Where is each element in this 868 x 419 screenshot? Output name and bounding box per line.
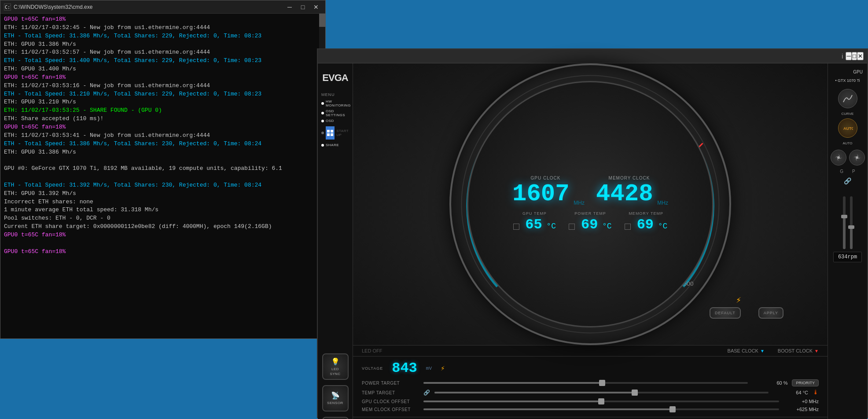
- gpu-temp-checkbox[interactable]: [513, 224, 519, 230]
- gpu-clock-label: GPU CLOCK: [531, 176, 561, 180]
- memory-temp-group: MEMORY TEMP 69 °C: [625, 211, 667, 233]
- menu-item-osd-settings[interactable]: OSD SETTINGS: [321, 108, 349, 118]
- power-target-value: 60 %: [752, 380, 787, 386]
- fan-btn-2[interactable]: [849, 150, 865, 165]
- curve-btn[interactable]: [838, 89, 857, 108]
- gpu-clock-group: 1607 MHz: [512, 182, 585, 206]
- cmd-close-btn[interactable]: ✕: [310, 3, 322, 11]
- menu-section: MENU HW MONITORING OSD SETTINGS OSD: [318, 91, 353, 150]
- cmd-line: 1 minute average ETH total speed: 31.318…: [4, 206, 322, 214]
- vert-slider-2-thumb[interactable]: [848, 225, 854, 229]
- power-target-label: POWER TARGET: [362, 381, 419, 386]
- priority-btn[interactable]: PRIORITY: [792, 379, 819, 386]
- menu-item-share[interactable]: SHARE: [321, 142, 349, 148]
- mem-offset-thumb: [669, 406, 676, 412]
- cmd-line: ETH - Total Speed: 31.386 Mh/s, Total Sh…: [4, 140, 322, 148]
- default-btn[interactable]: DEFAULT: [710, 307, 741, 319]
- gpu-offset-row: GPU CLOCK OFFSET +0 MHz: [362, 397, 819, 405]
- vert-slider-2[interactable]: [850, 196, 853, 249]
- cmd-line: ETH: 11/02/17-03:52:45 - New job from us…: [4, 24, 322, 32]
- gauge-area: 1250 1500 1750 2000 2250 2500 1000 750 5…: [353, 63, 828, 345]
- menu-item-osd[interactable]: OSD: [321, 118, 349, 124]
- cmd-icon: C:\: [4, 4, 11, 11]
- rpm-display: 634rpm: [833, 252, 862, 262]
- voltage-label: VOLTAGE: [362, 366, 383, 371]
- cmd-line: GPU0 t=65C fan=18%: [4, 15, 322, 24]
- gpu-temp-value: 65: [525, 217, 542, 233]
- clock-row: LED OFF BASE CLOCK ▼ BOOST CLOCK ▼: [353, 345, 828, 356]
- gauge-display: GPU CLOCK MEMORY CLOCK 1607 MHz 4428 MHz: [507, 176, 674, 233]
- mem-offset-track[interactable]: [423, 408, 779, 410]
- evga-right: GPU • GTX 1070 Ti CURVE AUTO AUTO: [828, 63, 867, 419]
- power-target-row: POWER TARGET 60 % PRIORITY: [362, 378, 819, 388]
- memory-temp-checkbox[interactable]: [625, 224, 631, 230]
- cmd-titlebar: C:\ C:\WINDOWS\system32\cmd.exe ─ □ ✕: [0, 0, 325, 14]
- menu-item-startup[interactable]: START UP: [321, 124, 349, 142]
- g-label: G: [840, 169, 843, 174]
- led-off-label: LED OFF: [362, 348, 382, 353]
- sensor-label: SENSOR: [327, 401, 343, 405]
- gpu-offset-value: +0 MHz: [783, 399, 819, 404]
- p-label: P: [852, 169, 855, 174]
- gpu-temp-group: GPU TEMP 65 °C: [513, 211, 556, 233]
- led-sync-btn[interactable]: 💡 LED SYNC: [322, 353, 349, 380]
- power-temp-checkbox[interactable]: [569, 224, 575, 230]
- vert-slider-1[interactable]: [843, 196, 846, 249]
- svg-rect-5: [331, 133, 333, 136]
- win-logo-btn[interactable]: [326, 126, 335, 140]
- evga-maximize-btn[interactable]: □: [852, 52, 857, 60]
- mem-offset-label: MEM CLOCK OFFSET: [362, 407, 419, 412]
- cmd-line: [4, 173, 322, 181]
- mem-offset-fill: [423, 408, 673, 410]
- apply-btn[interactable]: APPLY: [758, 307, 783, 319]
- gauge-values: 1607 MHz 4428 MHz: [507, 182, 674, 206]
- menu-item-hw[interactable]: HW MONITORING: [321, 99, 349, 108]
- power-target-thumb: [599, 380, 605, 386]
- led-sync-icon: 💡: [331, 357, 340, 366]
- menu-item-startup-label: START UP: [336, 129, 349, 137]
- cmd-line: ETH: GPU0 31.400 Mh/s: [4, 65, 322, 74]
- lightning-btn[interactable]: ⚡: [441, 364, 445, 373]
- sensor-btn[interactable]: 📡 SENSOR: [322, 385, 349, 412]
- memory-clock-unit: MHz: [657, 200, 668, 206]
- lightning-icon: ⚡: [736, 294, 741, 305]
- vert-slider-1-fill: [843, 217, 846, 249]
- vert-slider-1-thumb[interactable]: [841, 215, 847, 218]
- temp-target-track[interactable]: [434, 392, 769, 393]
- cmd-win-controls: ─ □ ✕: [284, 3, 322, 11]
- evga-info-btn[interactable]: i: [839, 52, 846, 61]
- power-target-track[interactable]: [423, 382, 748, 384]
- cmd-scrollbar-thumb[interactable]: [319, 14, 325, 27]
- menu-dot-hw: [321, 102, 324, 105]
- boost-clock-arrow: ▼: [814, 349, 819, 353]
- menu-label: MENU: [321, 92, 349, 97]
- cmd-line: Current ETH share target: 0x0000000112e0…: [4, 223, 322, 231]
- fan-btn-1[interactable]: [831, 150, 846, 165]
- memory-temp-unit: °C: [658, 222, 668, 231]
- curve-label: CURVE: [842, 112, 854, 116]
- power-temp-value: 69: [581, 217, 598, 233]
- temp-target-thumb: [632, 390, 638, 396]
- auto-btn[interactable]: AUTO: [838, 118, 857, 138]
- evga-logo: EVGA: [322, 72, 348, 84]
- fan-icon-group: [831, 150, 865, 165]
- gpu-clock-unit: MHz: [574, 200, 585, 206]
- vert-slider-2-fill: [850, 228, 853, 249]
- base-clock-label: BASE CLOCK ▼: [728, 348, 765, 353]
- cmd-line: ETH: 11/02/17-03:53:41 - New job from us…: [4, 132, 322, 140]
- link-icon: 🔗: [423, 390, 430, 396]
- gp-labels: G P: [840, 169, 855, 174]
- power-temp-label: POWER TEMP: [569, 211, 611, 216]
- gpu-clock-value: 1607: [512, 180, 570, 207]
- evga-close-btn[interactable]: ✕: [857, 52, 864, 60]
- k-btn[interactable]: K: [322, 417, 349, 419]
- evga-minimize-btn[interactable]: ─: [846, 52, 851, 60]
- memory-clock-value: 4428: [596, 180, 653, 207]
- cmd-line: ETH: Share accepted (110 ms)!: [4, 115, 322, 123]
- cmd-line: ETH: GPU0 31.392 Mh/s: [4, 190, 322, 198]
- controls-area: VOLTAGE 843 mV ⚡ POWER TARGET 60 % PRIOR…: [353, 356, 828, 417]
- cmd-minimize-btn[interactable]: ─: [284, 3, 295, 11]
- base-clock-arrow: ▼: [760, 349, 765, 353]
- cmd-maximize-btn[interactable]: □: [297, 3, 309, 11]
- gpu-offset-track[interactable]: [423, 401, 779, 402]
